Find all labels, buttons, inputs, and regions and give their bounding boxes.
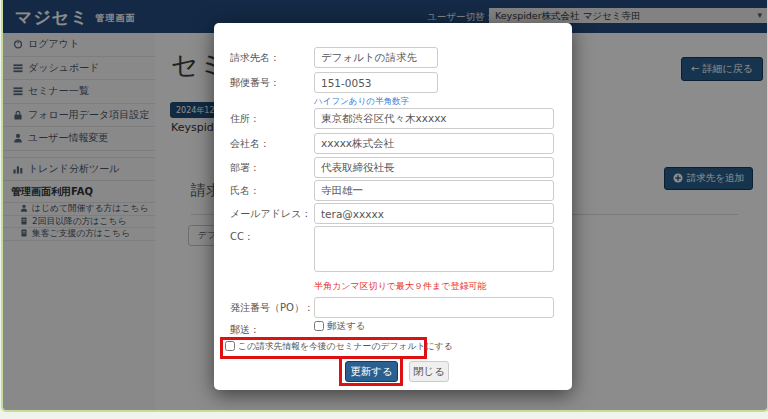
email-input[interactable]	[314, 203, 554, 224]
cc-textarea[interactable]	[314, 226, 554, 272]
default-checkbox-label: この請求先情報を今後のセミナーのデフォルトにする	[238, 341, 452, 351]
default-checkbox-row: この請求先情報を今後のセミナーのデフォルトにする	[225, 341, 452, 353]
postal-code-hint: ハイフンありの半角数字	[314, 96, 409, 108]
mail-checkbox[interactable]	[314, 321, 324, 331]
billing-edit-modal: 請求先名： 郵便番号： ハイフンありの半角数字 住所： 会社名： 部署： 氏名：…	[214, 23, 572, 390]
person-name-input[interactable]	[314, 180, 554, 201]
po-number-label: 発注番号（PO）：	[230, 301, 314, 315]
mail-checkbox-label: 郵送する	[327, 320, 365, 331]
po-number-input[interactable]	[314, 297, 554, 318]
mail-label: 郵送：	[230, 323, 260, 337]
billing-name-input[interactable]	[314, 47, 438, 68]
postal-code-label: 郵便番号：	[230, 76, 280, 90]
department-input[interactable]	[314, 157, 554, 178]
mail-checkbox-row: 郵送する	[314, 320, 365, 333]
admin-page: マジセミ管理画面 ユーザー切替： Keyspider株式会社 マジセミ寺田 ▾ …	[1, 0, 768, 412]
department-label: 部署：	[230, 161, 260, 175]
update-button[interactable]: 更新する	[345, 361, 398, 382]
billing-name-label: 請求先名：	[230, 51, 280, 65]
address-input[interactable]	[314, 108, 554, 129]
email-label: メールアドレス：	[230, 207, 311, 221]
company-label: 会社名：	[230, 137, 270, 151]
person-name-label: 氏名：	[230, 184, 260, 198]
cc-label: CC：	[230, 230, 254, 244]
company-input[interactable]	[314, 133, 554, 154]
address-label: 住所：	[230, 112, 260, 126]
cc-hint: 半角カンマ区切りで最大９件まで登録可能	[314, 280, 486, 293]
postal-code-input[interactable]	[314, 72, 438, 93]
default-checkbox[interactable]	[225, 341, 235, 351]
close-button[interactable]: 閉じる	[409, 361, 449, 382]
